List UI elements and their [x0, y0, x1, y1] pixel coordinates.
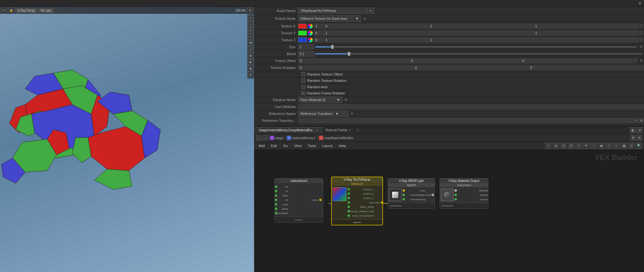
random-frame-rotation-checkbox[interactable]: ✓ [301, 91, 305, 95]
vp-icon-cam[interactable]: 📷 [248, 40, 253, 46]
texture-rotation-val3[interactable]: 0 [529, 65, 644, 71]
breadcrumb-right-btn2[interactable]: ⚙ [636, 135, 642, 141]
port-shear[interactable] [275, 207, 277, 210]
toolbar-zoom-fit[interactable]: ⊡ [628, 143, 635, 149]
node-vrayoutput[interactable]: V-Ray Material Output vrayOutput Materia… [440, 178, 488, 209]
toolbar-add[interactable]: Add [256, 143, 267, 148]
texture-z-colorwheel[interactable] [308, 37, 313, 43]
random-axis-checkbox[interactable] [301, 85, 305, 89]
breadcrumb-back[interactable]: ← [256, 135, 262, 141]
port-trs[interactable] [275, 185, 277, 188]
node-makexform1-out-xform[interactable]: xform [312, 198, 322, 202]
texture-x-colorwheel[interactable] [308, 23, 313, 29]
texture-x-swatch[interactable] [298, 24, 307, 29]
texture-x-link[interactable]: ⬡ [638, 23, 644, 29]
random-mode-gear[interactable]: ⚙ [343, 97, 348, 103]
triplanar-port-texture_y[interactable]: texture_y [347, 191, 374, 196]
asset-name-dropdown[interactable]: ▼ [367, 8, 374, 14]
toolbar-icon-grid1[interactable]: ⊞ [553, 143, 559, 149]
toolbar-icon-node5[interactable]: ▣ [621, 143, 627, 149]
port-transparency[interactable] [402, 198, 405, 201]
port-trans[interactable] [275, 194, 277, 197]
toolbar-icon-node1[interactable]: ○ [591, 143, 597, 149]
size-thumb[interactable] [331, 45, 334, 49]
toolbar-view[interactable]: View [291, 143, 304, 148]
vrayoutput-port-surface[interactable]: surface [454, 193, 488, 197]
vp-icon-render[interactable]: ▶ [248, 59, 253, 65]
texture-z-swatch[interactable] [298, 37, 307, 42]
size-track[interactable] [315, 46, 636, 48]
port-pivot[interactable] [275, 212, 277, 214]
triplanar-port-texture_rotation_map[interactable]: texture_rotation_map [347, 209, 374, 213]
toolbar-help[interactable]: Help [336, 143, 349, 148]
toolbar-icon-eye[interactable]: 👁 [583, 143, 589, 149]
reference-space-gear[interactable]: ⚙ [349, 111, 355, 116]
no-cam-button[interactable]: No cam [38, 8, 53, 13]
toolbar-edit[interactable]: Edit [269, 143, 280, 148]
texture-z-link[interactable]: ⬡ [638, 37, 644, 43]
port-texture_z[interactable] [347, 197, 350, 199]
vp-icon-select[interactable]: ↖ [248, 15, 253, 21]
port-out-color[interactable] [381, 201, 383, 204]
node-makexform1[interactable]: makexform1 trs rxf [275, 178, 323, 223]
size-gear[interactable]: ⚙ [638, 44, 644, 50]
node-makexform1-port-pivot[interactable]: pivotstate [275, 211, 288, 215]
pencil-icon[interactable]: ✏ [1, 8, 7, 13]
triplanar-port-texture_x[interactable]: texture_x [347, 187, 374, 191]
port-rot[interactable] [275, 199, 277, 201]
port-node-ref-trans[interactable] [347, 214, 350, 217]
toolbar-icon-list1[interactable]: ☰ [568, 143, 574, 149]
breadcrumb-forward[interactable]: → [263, 135, 269, 141]
node-canvas[interactable]: VEX Builder makexform1 [254, 150, 644, 272]
port-out-brdf[interactable] [431, 194, 434, 196]
toolbar-icon-node4[interactable]: □ [613, 143, 619, 149]
port-tex-rot-map[interactable] [347, 210, 350, 212]
port-texture_y[interactable] [347, 192, 350, 195]
texture-mode-dropdown[interactable]: Different Texture On Each Axis ▼ [298, 15, 361, 22]
node-makexform1-port-rxf[interactable]: rxf [275, 189, 288, 193]
lightmtl-slider[interactable] [389, 205, 402, 207]
port-colormul[interactable] [402, 194, 405, 196]
node-makexform1-port-shear[interactable]: shear [275, 207, 288, 211]
toolbar-icon-grid2[interactable]: ⊟ [560, 143, 567, 149]
toolbar-layout[interactable]: Layout [320, 143, 335, 148]
lightmtl-port-color[interactable]: color [402, 188, 425, 193]
texture-y-value[interactable] [314, 30, 324, 36]
tab-material-palette[interactable]: Material Palette ✕ [322, 127, 354, 133]
node-makexform1-port-scale[interactable]: scale [275, 202, 288, 207]
node-triplanar1[interactable]: V-Ray TexTriPlanar triplanar1 texture_x [331, 177, 383, 225]
frame-offset-val3[interactable]: 0 [521, 58, 632, 64]
random-texture-offset-checkbox[interactable] [301, 72, 305, 76]
lightmtl-port-colormul[interactable]: colorMultiplier [402, 193, 425, 197]
port-surface[interactable] [454, 194, 457, 196]
random-mode-dropdown[interactable]: Face Material ID ▼ [298, 97, 342, 103]
vp-icon-rotate[interactable]: ↻ [248, 28, 253, 33]
tab-material-palette-close[interactable]: ✕ [349, 129, 351, 132]
port-volume[interactable] [454, 198, 457, 201]
frame-offset-link[interactable]: ⬡ [632, 58, 638, 64]
port-material[interactable] [454, 189, 457, 192]
texture-y-swatch[interactable] [298, 31, 307, 36]
texture-rotation-val2[interactable]: 0 [414, 65, 529, 71]
port-size[interactable] [347, 201, 350, 204]
toolbar-icon-node3[interactable]: ⬡ [606, 143, 612, 149]
vp-icon-grid[interactable]: ⊟ [248, 72, 253, 77]
node-makexform1-port-trans[interactable]: trans [275, 193, 288, 198]
texture-y-colorwheel[interactable] [308, 30, 313, 36]
vp-icon-settings2[interactable]: ⊞ [248, 53, 253, 59]
lock-icon[interactable]: 🔒 [8, 8, 14, 13]
add-tab-button[interactable]: + [355, 128, 361, 133]
triplanar-port-out-color[interactable]: color [375, 200, 383, 205]
vrayoutput-port-volume[interactable]: volume [454, 197, 488, 201]
triplanar-port-texture_z[interactable]: texture_z [347, 196, 374, 200]
toolbar-go[interactable]: Go [281, 143, 291, 148]
blend-track[interactable] [315, 53, 643, 54]
node-makexform1-port-trs[interactable]: trs [275, 184, 288, 189]
texture-z-value[interactable] [314, 37, 324, 43]
user-attribute-input[interactable] [298, 104, 644, 110]
breadcrumb-right-btn1[interactable]: ⊞ [630, 135, 636, 141]
texture-y-link[interactable]: ⬡ [638, 30, 644, 36]
port-frame_offset[interactable] [347, 206, 350, 208]
vp-icon-shader[interactable]: ◉ [248, 65, 253, 71]
vp-icon-display[interactable]: ◻ [248, 47, 253, 52]
